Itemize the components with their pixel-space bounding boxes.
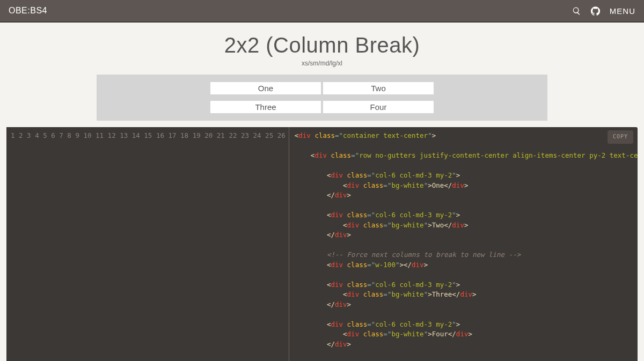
navbar: OBE:BS4 MENU: [0, 0, 644, 23]
code-block: COPY 1 2 3 4 5 6 7 8 9 10 11 12 13 14 15…: [6, 127, 638, 361]
line-gutter: 1 2 3 4 5 6 7 8 9 10 11 12 13 14 15 16 1…: [6, 127, 289, 361]
brand[interactable]: OBE:BS4: [9, 6, 47, 16]
example-cell-one: One: [210, 82, 321, 94]
example-cell-two: Two: [323, 82, 434, 94]
example-cell-three: Three: [210, 101, 321, 113]
nav-right: MENU: [572, 6, 635, 16]
example-col: Three: [209, 98, 322, 116]
code-body[interactable]: <div class="container text-center"> <div…: [289, 127, 638, 361]
example-wrap: One Two Three Four: [97, 75, 547, 121]
menu-button[interactable]: MENU: [610, 6, 635, 16]
example-col: One: [209, 79, 322, 98]
example-col: Two: [322, 79, 435, 98]
github-icon[interactable]: [591, 6, 600, 16]
example-col: Four: [322, 98, 435, 116]
example-row: One Two Three Four: [97, 75, 547, 121]
search-icon[interactable]: [572, 6, 581, 16]
copy-button[interactable]: COPY: [608, 130, 633, 144]
page-subtitle: xs/sm/md/lg/xl: [0, 60, 644, 67]
example-cell-four: Four: [323, 101, 434, 113]
page-title: 2x2 (Column Break): [0, 33, 644, 57]
content: 2x2 (Column Break) xs/sm/md/lg/xl One Tw…: [0, 23, 644, 361]
